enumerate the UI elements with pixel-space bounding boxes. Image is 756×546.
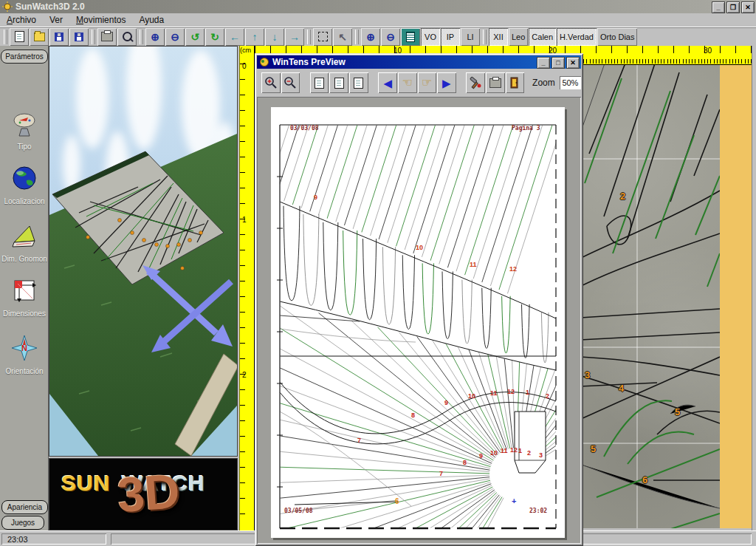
tools-icon: [469, 76, 482, 89]
hour-line-label: 12: [507, 389, 515, 395]
pointer-button[interactable]: ↖: [333, 28, 352, 46]
save-as-icon: [75, 33, 83, 41]
toggle-hverdad[interactable]: H.Verdad: [557, 28, 597, 46]
page-date-bottom: 03/05/08: [284, 508, 313, 514]
sidebar-item-localizacion[interactable]: Localizacion: [0, 164, 49, 205]
two-page-view-button[interactable]: [310, 72, 329, 93]
preview-zoom-in-button[interactable]: [261, 72, 281, 93]
print-button[interactable]: [97, 28, 117, 46]
parameters-tab[interactable]: Parámetros: [1, 50, 48, 64]
toggle-xii[interactable]: XII: [489, 28, 508, 46]
analemma-hour-label: 11: [470, 262, 477, 268]
sidebar-item-dimensiones[interactable]: Dimensiones: [0, 278, 49, 318]
zoom-out-icon: [284, 76, 297, 89]
arrow-right-icon: →: [289, 32, 300, 42]
toggle-ortodias[interactable]: Orto Dias: [597, 28, 637, 46]
single-page-view-button[interactable]: [349, 72, 368, 93]
pan-up-button[interactable]: ↑: [245, 28, 264, 46]
analemma-hour-label: 12: [509, 266, 517, 273]
toolbar-grip[interactable]: [355, 30, 359, 44]
parameters-sidebar: Parámetros Tipo Localizacion: [0, 46, 49, 530]
toolbar-grip[interactable]: [92, 30, 95, 44]
pan-right-button[interactable]: →: [285, 28, 304, 46]
hour-line-label: 9: [479, 453, 483, 460]
preview-viewport[interactable]: 03/03/08 Página 3 03/05/08 23:02 7 8 9 1…: [257, 97, 581, 544]
restore-button[interactable]: ❐: [726, 1, 740, 13]
printer-icon: [489, 78, 501, 88]
dial-hour-label: 3: [585, 369, 590, 381]
hour-line-label: 1: [526, 389, 529, 396]
view-zoom-in-button[interactable]: ⊕: [361, 28, 380, 46]
exit-preview-button[interactable]: [506, 72, 525, 93]
hour-line-label: 11: [501, 448, 508, 454]
last-page-button[interactable]: ▶: [437, 72, 456, 93]
close-button[interactable]: ✕: [741, 1, 755, 13]
next-page-button[interactable]: ☞: [418, 72, 437, 93]
hour-line-label: 2: [546, 393, 549, 400]
wintens-titlebar[interactable]: WinTens PreView _ □ ✕: [257, 55, 581, 69]
app-titlebar[interactable]: SunWatch3D 2.0 _ ❐ ✕: [0, 0, 756, 13]
toggle-li[interactable]: LI: [461, 28, 480, 46]
menu-archivo[interactable]: Archivo: [0, 14, 43, 26]
toolbar-grip[interactable]: [307, 30, 311, 44]
report-button[interactable]: [401, 28, 420, 46]
menu-ver[interactable]: Ver: [43, 14, 69, 26]
hour-line-label: 7: [357, 437, 361, 444]
pan-left-button[interactable]: ←: [225, 28, 244, 46]
wintens-preview-window[interactable]: WinTens PreView _ □ ✕: [255, 53, 583, 546]
toggle-leo[interactable]: Leo: [509, 28, 528, 46]
zoom-value-field[interactable]: 50%: [560, 76, 581, 89]
dial-2d-canvas[interactable]: 2 3 4 5 5 6: [583, 65, 752, 528]
save-button[interactable]: [49, 28, 69, 46]
rotate-left-button[interactable]: ↺: [185, 28, 205, 46]
rotate-right-button[interactable]: ↻: [205, 28, 224, 46]
print-setup-button[interactable]: [466, 72, 485, 93]
dial-hour-label: 4: [619, 383, 624, 394]
first-page-icon: ◀: [383, 78, 392, 89]
frame-button[interactable]: [313, 28, 332, 46]
wintens-minimize-button[interactable]: _: [537, 57, 550, 69]
viewport-3d[interactable]: [49, 46, 238, 457]
zoom-out-button[interactable]: ⊖: [165, 28, 185, 46]
toolbar-grip[interactable]: [140, 30, 143, 44]
juegos-button[interactable]: Juegos: [1, 516, 44, 530]
pan-down-button[interactable]: ↓: [265, 28, 284, 46]
wintens-close-button[interactable]: ✕: [566, 57, 580, 69]
sidebar-item-dim-gnomon[interactable]: Dim. Gnomon: [0, 222, 49, 263]
dial-hour-label: 2: [620, 191, 625, 202]
preview-print-button[interactable]: [486, 72, 505, 93]
first-page-button[interactable]: ◀: [378, 72, 397, 93]
save-as-button[interactable]: [69, 28, 89, 46]
report-icon: [406, 32, 415, 42]
sidebar-item-orientacion[interactable]: N Orientación: [0, 334, 49, 375]
sidebar-item-tipo[interactable]: Tipo: [0, 111, 49, 151]
print-preview-button[interactable]: [117, 28, 137, 46]
sidebar-item-label: Tipo: [0, 143, 49, 151]
open-button[interactable]: [30, 28, 49, 46]
apariencia-button[interactable]: Apariencia: [1, 500, 48, 514]
zoom-out-icon: ⊖: [386, 32, 395, 42]
toggle-vo[interactable]: VO: [421, 28, 440, 46]
multi-page-view-button[interactable]: [329, 72, 348, 93]
page-time-label: 23:02: [529, 508, 547, 514]
minimize-button[interactable]: _: [712, 1, 725, 13]
zoom-in-button[interactable]: ⊕: [145, 28, 165, 46]
compass-north-letter: N: [21, 344, 27, 352]
toolbar-grip[interactable]: [483, 30, 487, 44]
vertical-ruler-ticks: [240, 64, 245, 529]
preview-zoom-out-button[interactable]: [281, 72, 300, 93]
toggle-ip[interactable]: IP: [441, 28, 460, 46]
logo-3d-text: 3D: [115, 463, 181, 523]
view-zoom-out-button[interactable]: ⊖: [381, 28, 400, 46]
wintens-maximize-button[interactable]: □: [551, 57, 565, 69]
toolbar-grip[interactable]: [4, 30, 7, 44]
toggle-calen[interactable]: Calen: [529, 28, 556, 46]
ruler-unit-label: (cm: [240, 47, 251, 54]
hour-line-label: 11: [490, 390, 498, 397]
sunwatch-logo: SUN WATCH 3D: [49, 458, 238, 530]
menu-movimientos[interactable]: Movimientos: [69, 14, 132, 26]
previous-page-button[interactable]: ☜: [398, 72, 417, 93]
new-button[interactable]: [10, 28, 29, 46]
menu-ayuda[interactable]: Ayuda: [132, 14, 171, 26]
save-icon: [55, 33, 63, 41]
